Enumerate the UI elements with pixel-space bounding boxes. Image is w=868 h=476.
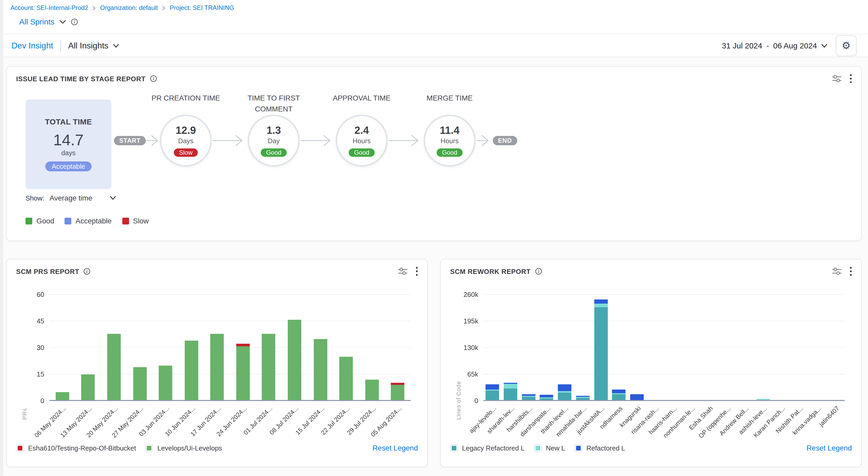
- settings-button[interactable]: ⚙: [836, 35, 857, 56]
- bar[interactable]: [790, 295, 808, 401]
- bar-segment: [391, 383, 405, 385]
- sliders-icon: [832, 75, 841, 83]
- stage-status-badge: Good: [437, 148, 463, 157]
- bar[interactable]: [204, 295, 230, 401]
- bar-stack: [313, 339, 327, 401]
- widget-actions: [832, 267, 852, 276]
- app-root: Account: SEI-Internal-Prod2 Organization…: [0, 0, 868, 476]
- legend-item[interactable]: Legacy Refactored L: [450, 444, 525, 452]
- bar[interactable]: [664, 295, 682, 401]
- bar[interactable]: [537, 295, 556, 401]
- breadcrumb-project[interactable]: Project: SEI TRAINING: [169, 4, 234, 11]
- bar[interactable]: [646, 295, 664, 401]
- bar[interactable]: [256, 295, 282, 401]
- legend-item[interactable]: Levelops/Ui-Levelops: [146, 444, 222, 452]
- bar-segment: [236, 344, 250, 346]
- bar[interactable]: [628, 295, 646, 401]
- stage-node[interactable]: 11.4HoursGood: [424, 115, 476, 167]
- y-tick-label: 195k: [464, 317, 478, 325]
- bar[interactable]: [153, 295, 179, 401]
- bar[interactable]: [50, 295, 75, 401]
- bar-segment: [630, 394, 644, 400]
- bar[interactable]: [359, 295, 385, 401]
- bar-stack: [365, 380, 379, 401]
- breadcrumb-account[interactable]: Account: SEI-Internal-Prod2: [10, 4, 88, 11]
- bar-segment: [594, 300, 608, 304]
- bar-stack: [391, 383, 405, 401]
- plot-area: 015304560: [50, 295, 411, 401]
- widget-menu-button[interactable]: [850, 74, 852, 83]
- stage-unit: Hours: [352, 137, 371, 145]
- stage-node[interactable]: 1.3DayGood: [248, 115, 300, 167]
- bar[interactable]: [610, 295, 628, 401]
- bar-stack: [82, 375, 95, 401]
- bar[interactable]: [574, 295, 592, 401]
- y-tick-label: 30: [37, 344, 44, 352]
- info-icon[interactable]: [83, 268, 91, 275]
- bar[interactable]: [682, 295, 700, 401]
- bar-stack: [486, 384, 499, 401]
- bar[interactable]: [754, 295, 772, 401]
- date-range-picker[interactable]: 31 Jul 2024 - 06 Aug 2024: [722, 41, 828, 50]
- legend-item[interactable]: Refactored L: [575, 444, 625, 452]
- y-tick-label: 0: [474, 397, 478, 405]
- bar[interactable]: [592, 295, 610, 401]
- widget-menu-button[interactable]: [850, 267, 852, 276]
- lead-time-body: TOTAL TIME 14.7 days Acceptable Show: Av…: [16, 86, 852, 232]
- bar[interactable]: [75, 295, 101, 401]
- stage-status-badge: Slow: [174, 148, 198, 157]
- stage-node[interactable]: 2.4HoursGood: [336, 115, 388, 167]
- legend-item[interactable]: New L: [534, 444, 565, 452]
- bar[interactable]: [282, 295, 307, 401]
- bar[interactable]: [736, 295, 754, 401]
- y-tick-label: 130k: [464, 344, 478, 352]
- widget-filters-button[interactable]: [398, 267, 407, 275]
- bar[interactable]: [308, 295, 333, 401]
- bar[interactable]: [773, 295, 790, 401]
- x-tick: 05 Aug 2024...: [385, 402, 411, 444]
- insight-title[interactable]: Dev Insight: [11, 41, 53, 50]
- reset-legend-link[interactable]: Reset Legend: [373, 444, 418, 452]
- bar[interactable]: [385, 295, 411, 401]
- bar[interactable]: [808, 295, 826, 401]
- bar-stack: [184, 341, 198, 401]
- bar[interactable]: [718, 295, 736, 401]
- reset-legend-link[interactable]: Reset Legend: [807, 444, 852, 452]
- sprint-selector[interactable]: All Sprints: [19, 17, 54, 26]
- widget-filters-button[interactable]: [832, 267, 841, 275]
- chart-footer: Esha610/Testing-Repo-Of-BitbucketLevelop…: [16, 444, 418, 452]
- bar[interactable]: [179, 295, 204, 401]
- sliders-icon: [832, 267, 841, 275]
- insights-dropdown[interactable]: All Insights: [68, 41, 119, 50]
- bar[interactable]: [230, 295, 256, 401]
- panel-title: SCM PRS REPORT: [16, 267, 79, 275]
- legend-swatch-fill: [576, 446, 581, 450]
- chevron-down-icon[interactable]: [59, 20, 66, 24]
- bar[interactable]: [333, 295, 359, 401]
- bar-segment: [540, 395, 553, 397]
- bar[interactable]: [484, 295, 501, 401]
- info-icon[interactable]: [70, 18, 78, 25]
- legend-swatch: [450, 444, 458, 452]
- bar[interactable]: [501, 295, 519, 401]
- legend-item[interactable]: Esha610/Testing-Repo-Of-Bitbucket: [16, 444, 136, 452]
- widget-filters-button[interactable]: [832, 75, 841, 83]
- chevron-right-icon: [92, 5, 96, 10]
- stage-flow: START END PR CREATION TIME12.9DaysSlowTI…: [16, 86, 852, 232]
- insights-dropdown-label: All Insights: [68, 41, 108, 50]
- breadcrumb-organization[interactable]: Organization: default: [100, 4, 158, 11]
- info-icon[interactable]: [535, 268, 542, 275]
- bar[interactable]: [556, 295, 574, 401]
- widget-menu-button[interactable]: [416, 267, 418, 276]
- bar[interactable]: [127, 295, 152, 401]
- info-icon[interactable]: [150, 75, 157, 82]
- bar-segment: [365, 380, 379, 401]
- bar-stack: [288, 320, 301, 401]
- bar[interactable]: [520, 295, 537, 401]
- bar[interactable]: [101, 295, 127, 401]
- bar[interactable]: [827, 295, 845, 401]
- stage-node[interactable]: 12.9DaysSlow: [160, 115, 212, 167]
- bar-segment: [262, 334, 276, 401]
- bar[interactable]: [700, 295, 718, 401]
- kebab-menu-icon: [850, 267, 852, 276]
